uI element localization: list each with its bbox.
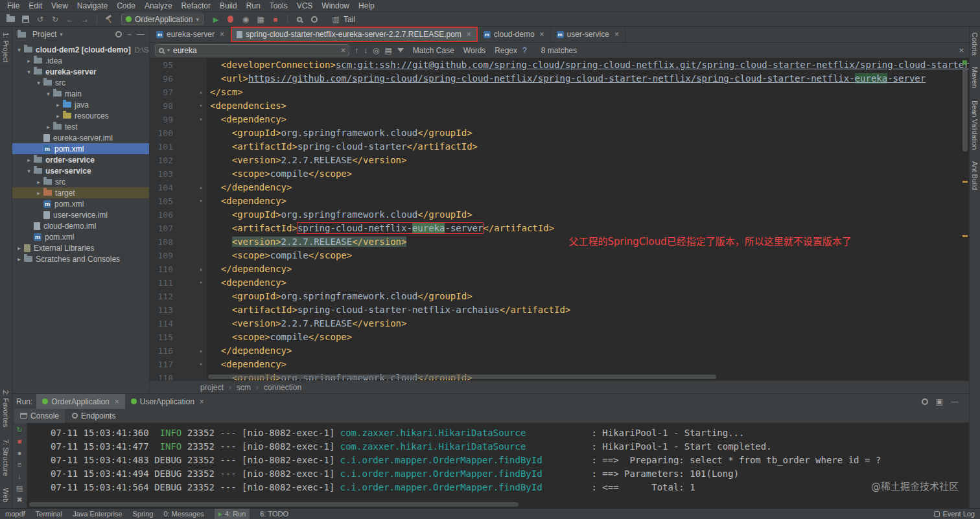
tool-window-button-ant-build[interactable]: Ant Build [971,156,979,196]
tree-collapse-icon[interactable]: ▾ [25,168,33,174]
tree-item-target[interactable]: ▸target [12,187,149,198]
tree-item-cloud-demo-iml[interactable]: cloud-demo.iml [12,220,149,231]
breadcrumb-scm[interactable]: scm [237,383,251,392]
fold-marker-icon[interactable]: ▾ [195,99,207,113]
tree-item-order-service[interactable]: ▸order-service [12,154,149,165]
build-hammer-icon[interactable] [104,14,114,25]
gear-icon[interactable] [115,31,122,38]
redo-icon[interactable]: ↻ [50,14,60,25]
fold-marker-icon[interactable]: ▴ [195,344,207,358]
tree-item-java[interactable]: ▸java [12,99,149,110]
rerun-button[interactable]: ↻ [16,426,22,433]
tree-collapse-icon[interactable]: ▾ [44,91,52,97]
fold-marker-icon[interactable]: ▴ [195,181,207,194]
menu-item-code[interactable]: Code [112,1,140,10]
open-icon[interactable] [5,14,16,25]
settings-gear-icon[interactable] [309,14,320,25]
tab-close-icon[interactable]: × [540,30,544,39]
collapse-all-icon[interactable]: − [127,30,132,39]
menu-item-run[interactable]: Run [242,1,265,10]
search-history-chevron-icon[interactable]: ▾ [167,47,170,53]
clear-search-icon[interactable]: × [341,46,345,55]
fold-marker-icon[interactable]: ▾ [195,358,207,371]
editor-tab-user-service[interactable]: user-service× [551,27,625,42]
tree-item-idea[interactable]: ▸.idea [12,55,149,66]
tree-item-eureka-server[interactable]: ▾eureka-server [12,66,149,77]
statusbar-item-0-messages[interactable]: 0: Messages [163,509,204,519]
editor-tab-spring-cloud-starter-netflix-eureka-server-2-2-7-release-pom[interactable]: spring-cloud-starter-netflix-eureka-serv… [231,27,478,42]
profiler-icon[interactable]: ▦ [255,14,266,25]
tree-expand-icon[interactable]: ▸ [15,256,23,262]
find-input[interactable] [173,46,338,55]
console-output[interactable]: 07-11 15:03:41:360 INFO 23352 --- [nio-8… [27,423,969,508]
statusbar-item-terminal[interactable]: Terminal [36,509,63,519]
chevron-down-icon[interactable]: ▾ [60,31,63,38]
words-toggle[interactable]: Words [463,46,485,55]
tree-item-resources[interactable]: ▸resources [12,110,149,121]
clear-console-icon[interactable]: ✖ [16,496,22,503]
menu-item-build[interactable]: Build [215,1,242,10]
tree-item-pom-xml[interactable]: pom.xml [12,143,149,154]
breadcrumb-connection[interactable]: connection [264,383,301,392]
console-horizontal-scrollbar[interactable] [29,502,519,507]
tail-button[interactable]: ▥ Tail [331,14,355,25]
endpoints-tab[interactable]: Endpoints [66,409,121,423]
print-icon[interactable]: ▤ [16,485,23,492]
save-all-icon[interactable] [20,14,30,25]
menu-item-edit[interactable]: Edit [24,1,47,10]
fold-marker-icon[interactable]: ▾ [195,276,207,290]
tree-expand-icon[interactable]: ▸ [25,157,33,163]
menu-item-window[interactable]: Window [317,1,354,10]
tool-window-button-codota[interactable]: Codota [971,27,979,61]
float-panel-icon[interactable]: ▣ [936,397,943,406]
tree-collapse-icon[interactable]: ▾ [34,80,43,86]
fold-marker-icon[interactable]: ▾ [195,194,207,208]
tab-close-icon[interactable]: × [115,397,119,406]
fold-marker-icon[interactable]: ▴ [195,262,207,276]
coverage-icon[interactable]: ◉ [240,14,251,25]
tool-window-button-web[interactable]: Web [2,482,10,508]
menu-item-navigate[interactable]: Navigate [73,1,112,10]
tree-item-pom-xml[interactable]: pom.xml [12,231,149,242]
tree-item-eureka-server-iml[interactable]: eureka-server.iml [12,132,149,143]
tool-window-button-2-favorites[interactable]: 2: Favorites [2,384,10,433]
tree-item-pom-xml[interactable]: pom.xml [12,198,149,209]
code-editor[interactable]: 95 <developerConnection>scm:git:ssh://gi… [150,58,969,380]
console-tab[interactable]: Console [14,409,65,423]
run-settings-gear-icon[interactable] [922,398,928,405]
select-all-matches-icon[interactable]: ▤ [384,46,391,55]
match-case-toggle[interactable]: Match Case [413,46,454,55]
search-field[interactable]: ▾ × [155,44,349,56]
inspection-ok-icon[interactable] [962,60,967,65]
scrollbar-thumb[interactable] [962,67,968,152]
tree-item-test[interactable]: ▸test [12,121,149,132]
menu-item-analyze[interactable]: Analyze [140,1,177,10]
tree-expand-icon[interactable]: ▸ [44,124,52,130]
close-find-bar-icon[interactable]: × [959,45,964,55]
tree-expand-icon[interactable]: ▸ [25,58,33,64]
find-all-icon[interactable]: ◎ [373,46,379,55]
tool-window-button-maven[interactable]: Maven [971,61,979,94]
menu-item-file[interactable]: File [3,1,24,10]
run-tab-userapplication[interactable]: UserApplication× [125,394,210,409]
stop-button[interactable]: ■ [18,438,22,445]
scroll-to-end-icon[interactable]: ↓ [18,473,21,480]
stop-button[interactable]: ■ [270,14,281,25]
tool-window-button-7-structure[interactable]: 7: Structure [2,433,10,482]
hide-panel-icon[interactable]: — [137,30,145,39]
tree-item-src[interactable]: ▾src [12,77,149,88]
tree-collapse-icon[interactable]: ▾ [15,47,23,53]
pin-icon[interactable]: ● [18,450,22,457]
tree-expand-icon[interactable]: ▸ [15,245,23,251]
filter-icon[interactable] [397,48,404,52]
tool-window-button-1-project[interactable]: 1: Project [2,27,10,68]
tree-collapse-icon[interactable]: ▾ [25,69,33,75]
tab-close-icon[interactable]: × [220,30,224,39]
statusbar-item-6-todo[interactable]: 6: TODO [260,509,288,519]
editor-horizontal-scrollbar[interactable] [208,375,716,379]
fold-marker-icon[interactable]: ▾ [195,113,207,126]
editor-tab-cloud-demo[interactable]: cloud-demo× [478,27,551,42]
undo-icon[interactable]: ↺ [35,14,45,25]
statusbar-item-mopdf[interactable]: mopdf [5,509,25,519]
tree-item-cloud-dem2-cloud-demo[interactable]: ▾cloud-dem2 [cloud-demo]D:\Softwar [12,44,149,55]
